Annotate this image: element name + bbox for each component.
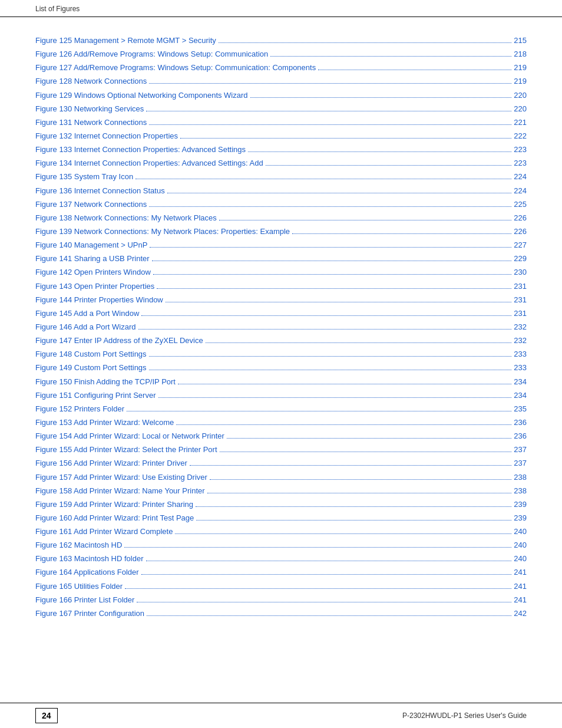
toc-dots xyxy=(166,302,512,302)
toc-dots xyxy=(137,602,511,602)
toc-entry: Figure 135 System Tray Icon224 xyxy=(35,171,527,183)
toc-link[interactable]: Figure 139 Network Connections: My Netwo… xyxy=(35,226,290,238)
toc-link[interactable]: Figure 141 Sharing a USB Printer xyxy=(35,253,150,265)
toc-link[interactable]: Figure 127 Add/Remove Programs: Windows … xyxy=(35,62,316,74)
toc-link[interactable]: Figure 160 Add Printer Wizard: Print Tes… xyxy=(35,512,194,524)
toc-link[interactable]: Figure 161 Add Printer Wizard Complete xyxy=(35,526,173,538)
toc-entry: Figure 132 Internet Connection Propertie… xyxy=(35,130,527,142)
toc-link[interactable]: Figure 167 Printer Configuration xyxy=(35,608,144,620)
toc-link[interactable]: Figure 144 Printer Properties Window xyxy=(35,294,163,306)
toc-entry: Figure 156 Add Printer Wizard: Printer D… xyxy=(35,457,527,469)
toc-link[interactable]: Figure 140 Management > UPnP xyxy=(35,239,147,251)
toc-link[interactable]: Figure 148 Custom Port Settings xyxy=(35,348,147,360)
toc-link[interactable]: Figure 134 Internet Connection Propertie… xyxy=(35,157,263,169)
toc-link[interactable]: Figure 137 Network Connections xyxy=(35,199,147,210)
toc-page: 234 xyxy=(514,376,527,388)
toc-page: 237 xyxy=(514,457,527,469)
toc-link[interactable]: Figure 135 System Tray Icon xyxy=(35,171,133,183)
toc-dots xyxy=(210,479,511,480)
toc-page: 225 xyxy=(514,199,527,210)
toc-link[interactable]: Figure 125 Management > Remote MGMT > Se… xyxy=(35,35,216,47)
toc-dots xyxy=(135,179,511,179)
toc-link[interactable]: Figure 130 Networking Services xyxy=(35,103,144,115)
toc-page: 229 xyxy=(514,253,527,265)
toc-link[interactable]: Figure 151 Configuring Print Server xyxy=(35,390,156,401)
toc-entry: Figure 136 Internet Connection Status224 xyxy=(35,185,527,197)
header-text: List of Figures xyxy=(35,5,80,13)
toc-entry: Figure 155 Add Printer Wizard: Select th… xyxy=(35,444,527,456)
toc-page: 231 xyxy=(514,294,527,306)
toc-link[interactable]: Figure 133 Internet Connection Propertie… xyxy=(35,144,246,156)
toc-entry: Figure 137 Network Connections225 xyxy=(35,199,527,210)
toc-link[interactable]: Figure 163 Macintosh HD folder xyxy=(35,553,144,565)
toc-entry: Figure 133 Internet Connection Propertie… xyxy=(35,144,527,156)
toc-page: 235 xyxy=(514,403,527,415)
header-bar: List of Figures xyxy=(0,0,562,17)
toc-link[interactable]: Figure 147 Enter IP Address of the ZyXEL… xyxy=(35,335,203,347)
toc-entry: Figure 149 Custom Port Settings233 xyxy=(35,362,527,374)
toc-dots xyxy=(190,465,511,466)
toc-dots xyxy=(152,261,512,261)
toc-link[interactable]: Figure 132 Internet Connection Propertie… xyxy=(35,130,178,142)
toc-link[interactable]: Figure 164 Applications Folder xyxy=(35,566,139,578)
toc-page: 241 xyxy=(514,581,527,592)
toc-link[interactable]: Figure 150 Finish Adding the TCP/IP Port xyxy=(35,376,176,388)
toc-link[interactable]: Figure 146 Add a Port Wizard xyxy=(35,321,136,333)
toc-dots xyxy=(219,220,512,220)
toc-link[interactable]: Figure 145 Add a Port Window xyxy=(35,308,139,319)
toc-link[interactable]: Figure 156 Add Printer Wizard: Printer D… xyxy=(35,457,187,469)
toc-link[interactable]: Figure 126 Add/Remove Programs: Windows … xyxy=(35,48,268,60)
toc-page: 226 xyxy=(514,226,527,238)
toc-entry: Figure 162 Macintosh HD240 xyxy=(35,539,527,551)
toc-page: 230 xyxy=(514,266,527,278)
toc-entry: Figure 151 Configuring Print Server234 xyxy=(35,390,527,401)
toc-link[interactable]: Figure 159 Add Printer Wizard: Printer S… xyxy=(35,499,193,510)
toc-link[interactable]: Figure 131 Network Connections xyxy=(35,117,147,129)
toc-page: 240 xyxy=(514,526,527,538)
toc-entry: Figure 167 Printer Configuration242 xyxy=(35,608,527,620)
toc-page: 226 xyxy=(514,212,527,224)
toc-link[interactable]: Figure 128 Network Connections xyxy=(35,75,147,87)
toc-link[interactable]: Figure 162 Macintosh HD xyxy=(35,539,122,551)
toc-page: 234 xyxy=(514,390,527,401)
toc-page: 236 xyxy=(514,417,527,429)
toc-entry: Figure 131 Network Connections221 xyxy=(35,117,527,129)
toc-link[interactable]: Figure 142 Open Printers Window xyxy=(35,266,151,278)
toc-link[interactable]: Figure 143 Open Printer Properties xyxy=(35,281,154,292)
toc-page: 231 xyxy=(514,308,527,319)
toc-link[interactable]: Figure 158 Add Printer Wizard: Name Your… xyxy=(35,485,205,497)
toc-link[interactable]: Figure 166 Printer List Folder xyxy=(35,594,134,606)
toc-link[interactable]: Figure 149 Custom Port Settings xyxy=(35,362,147,374)
toc-entry: Figure 142 Open Printers Window230 xyxy=(35,266,527,278)
toc-link[interactable]: Figure 129 Windows Optional Networking C… xyxy=(35,90,248,101)
toc-link[interactable]: Figure 157 Add Printer Wizard: Use Exist… xyxy=(35,472,207,483)
toc-entry: Figure 146 Add a Port Wizard232 xyxy=(35,321,527,333)
toc-dots xyxy=(270,56,511,57)
toc-link[interactable]: Figure 138 Network Connections: My Netwo… xyxy=(35,212,217,224)
toc-page: 223 xyxy=(514,144,527,156)
toc-dots xyxy=(146,111,511,111)
toc-link[interactable]: Figure 155 Add Printer Wizard: Select th… xyxy=(35,444,217,456)
toc-entry: Figure 148 Custom Port Settings233 xyxy=(35,348,527,360)
footer-page-number: 24 xyxy=(35,708,58,723)
toc-link[interactable]: Figure 136 Internet Connection Status xyxy=(35,185,165,197)
toc-page: 231 xyxy=(514,281,527,292)
toc-page: 215 xyxy=(514,35,527,47)
toc-page: 219 xyxy=(514,75,527,87)
toc-link[interactable]: Figure 152 Printers Folder xyxy=(35,403,124,415)
toc-entry: Figure 138 Network Connections: My Netwo… xyxy=(35,212,527,224)
toc-link[interactable]: Figure 153 Add Printer Wizard: Welcome xyxy=(35,417,174,429)
toc-dots xyxy=(147,615,511,616)
toc-dots xyxy=(318,70,511,70)
toc-entry: Figure 127 Add/Remove Programs: Windows … xyxy=(35,62,527,74)
toc-dots xyxy=(196,506,511,507)
toc-link[interactable]: Figure 165 Utilities Folder xyxy=(35,581,123,592)
toc-dots xyxy=(141,574,512,575)
toc-entry: Figure 160 Add Printer Wizard: Print Tes… xyxy=(35,512,527,524)
toc-entry: Figure 128 Network Connections219 xyxy=(35,75,527,87)
toc-entry: Figure 141 Sharing a USB Printer229 xyxy=(35,253,527,265)
toc-link[interactable]: Figure 154 Add Printer Wizard: Local or … xyxy=(35,430,224,442)
toc-page: 237 xyxy=(514,444,527,456)
toc-dots xyxy=(149,83,511,84)
toc-dots xyxy=(227,438,511,439)
